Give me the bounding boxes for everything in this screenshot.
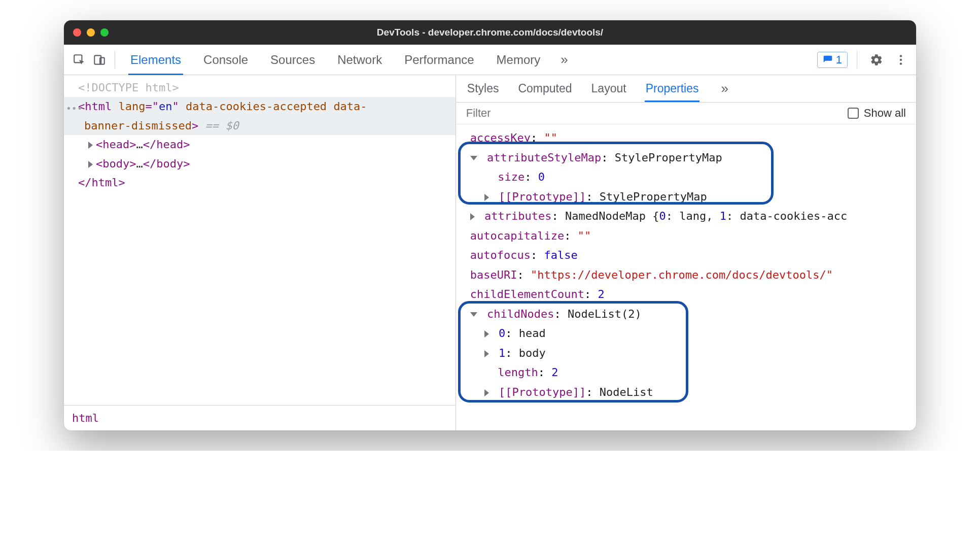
prop-autofocus[interactable]: autofocus: false (458, 246, 914, 265)
doctype-text: <!DOCTYPE html> (78, 81, 179, 94)
breadcrumb-html: html (72, 412, 99, 424)
prop-childelementcount[interactable]: childElementCount: 2 (458, 285, 914, 305)
breadcrumb[interactable]: html (64, 405, 456, 430)
side-tab-styles[interactable]: Styles (466, 76, 500, 102)
dom-html-open[interactable]: ••• <html lang="en" data-cookies-accepte… (64, 97, 456, 116)
minimize-window-button[interactable] (87, 28, 95, 37)
ellipsis-icon: ••• (66, 101, 83, 117)
traffic-lights (73, 28, 109, 37)
tab-elements[interactable]: Elements (128, 46, 183, 74)
side-panel: Styles Computed Layout Properties » Show… (456, 75, 916, 430)
dom-tree[interactable]: <!DOCTYPE html> ••• <html lang="en" data… (64, 75, 456, 405)
devtools-window: DevTools - developer.chrome.com/docs/dev… (64, 20, 916, 430)
tab-console[interactable]: Console (201, 46, 250, 74)
main-tabs-overflow[interactable]: » (561, 52, 568, 68)
issues-badge[interactable]: 1 (817, 52, 848, 68)
prop-attributestylemap-proto[interactable]: [[Prototype]]: StylePropertyMap (458, 187, 914, 207)
prop-baseuri[interactable]: baseURI: "https://developer.chrome.com/d… (458, 265, 914, 285)
show-all-label: Show all (864, 107, 906, 120)
main-toolbar: Elements Console Sources Network Perform… (64, 45, 916, 75)
tab-sources[interactable]: Sources (268, 46, 317, 74)
tab-network[interactable]: Network (335, 46, 384, 74)
properties-list-wrap: accessKey: "" attributeStyleMap: StylePr… (456, 124, 916, 430)
filter-row: Show all (456, 103, 916, 124)
toolbar-divider-2 (857, 51, 857, 69)
side-tab-properties[interactable]: Properties (645, 76, 700, 102)
properties-list[interactable]: accessKey: "" attributeStyleMap: StylePr… (456, 124, 916, 406)
expand-arrow-icon[interactable] (88, 161, 93, 168)
dom-body[interactable]: <body>…</body> (64, 154, 456, 173)
filter-input[interactable] (466, 107, 568, 120)
more-menu-icon[interactable] (891, 50, 911, 70)
side-tab-computed[interactable]: Computed (517, 76, 573, 102)
side-tab-layout[interactable]: Layout (590, 76, 627, 102)
dom-panel: <!DOCTYPE html> ••• <html lang="en" data… (64, 75, 456, 430)
svg-point-5 (900, 62, 902, 64)
prop-autocapitalize[interactable]: autocapitalize: "" (458, 226, 914, 246)
prop-childnodes-1[interactable]: 1: body (458, 344, 914, 363)
content-split: <!DOCTYPE html> ••• <html lang="en" data… (64, 75, 916, 430)
prop-childnodes-proto[interactable]: [[Prototype]]: NodeList (458, 383, 914, 403)
main-tabs: Elements Console Sources Network Perform… (128, 46, 817, 74)
dom-doctype[interactable]: <!DOCTYPE html> (64, 78, 456, 97)
prop-childnodes-0[interactable]: 0: head (458, 324, 914, 344)
maximize-window-button[interactable] (100, 28, 109, 37)
toolbar-right: 1 (817, 50, 911, 70)
prop-attributes[interactable]: attributes: NamedNodeMap {0: lang, 1: da… (458, 207, 914, 226)
device-toggle-icon[interactable] (89, 50, 110, 70)
svg-point-4 (900, 58, 902, 60)
inspect-icon[interactable] (69, 50, 89, 70)
svg-point-3 (900, 55, 902, 57)
prop-accesskey[interactable]: accessKey: "" (458, 128, 914, 148)
expand-arrow-icon[interactable] (88, 142, 93, 149)
toolbar-divider (115, 51, 115, 69)
show-all-toggle[interactable]: Show all (848, 107, 906, 120)
tab-performance[interactable]: Performance (402, 46, 476, 74)
tab-memory[interactable]: Memory (495, 46, 543, 74)
dom-head[interactable]: <head>…</head> (64, 135, 456, 154)
titlebar: DevTools - developer.chrome.com/docs/dev… (64, 20, 916, 45)
prop-attributestylemap-size[interactable]: size: 0 (458, 168, 914, 187)
side-tabs: Styles Computed Layout Properties » (456, 75, 916, 103)
window-title: DevTools - developer.chrome.com/docs/dev… (73, 27, 907, 38)
issues-count: 1 (836, 53, 842, 66)
html-close-text: </html> (78, 176, 125, 189)
prop-childnodes[interactable]: childNodes: NodeList(2) (458, 305, 914, 324)
selected-ref: == $0 (205, 119, 238, 132)
dom-html-open-2[interactable]: banner-dismissed> == $0 (64, 116, 456, 135)
prop-childnodes-length[interactable]: length: 2 (458, 363, 914, 383)
prop-attributestylemap[interactable]: attributeStyleMap: StylePropertyMap (458, 148, 914, 168)
dom-html-close[interactable]: </html> (64, 173, 456, 192)
side-tabs-overflow[interactable]: » (721, 81, 728, 96)
close-window-button[interactable] (73, 28, 81, 37)
settings-icon[interactable] (866, 50, 887, 70)
show-all-checkbox[interactable] (848, 108, 859, 119)
